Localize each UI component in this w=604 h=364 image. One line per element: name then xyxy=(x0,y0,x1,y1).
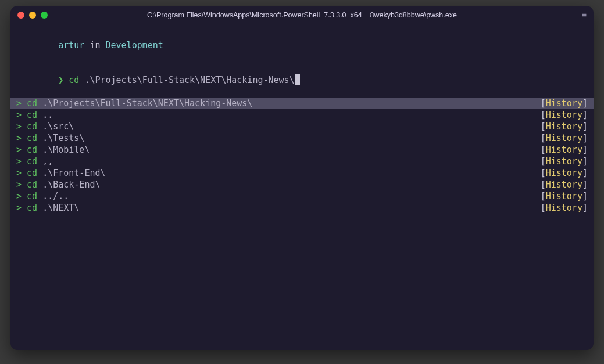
suggestion-command: cd xyxy=(27,121,37,132)
titlebar: C:\Program Files\WindowsApps\Microsoft.P… xyxy=(10,6,594,24)
prompt-location: Development xyxy=(106,40,163,51)
history-tag: [History] xyxy=(541,144,588,156)
suggestion-args: .\Back-End\ xyxy=(42,179,100,190)
window-title: C:\Program Files\WindowsApps\Microsoft.P… xyxy=(10,9,594,21)
list-arrow: > xyxy=(16,168,22,178)
history-tag: [History] xyxy=(541,156,588,167)
prompt-user: artur xyxy=(58,40,84,51)
suggestion-command: cd xyxy=(27,133,37,143)
list-arrow: > xyxy=(16,191,22,201)
suggestion-command: cd xyxy=(27,203,37,213)
history-tag: [History] xyxy=(541,190,588,202)
list-arrow: > xyxy=(16,179,22,190)
suggestion-args: ../.. xyxy=(42,191,69,201)
prompt-in: in xyxy=(90,40,100,51)
list-arrow: > xyxy=(16,203,22,213)
suggestion-command: cd xyxy=(27,156,37,167)
hamburger-icon[interactable]: ≡ xyxy=(582,11,587,19)
suggestion-command: cd xyxy=(27,145,37,155)
prompt-command: cd xyxy=(69,75,79,85)
list-arrow: > xyxy=(16,98,22,109)
history-suggestion-item[interactable]: > cd .\Back-End\[History] xyxy=(10,179,594,190)
terminal-window: C:\Program Files\WindowsApps\Microsoft.P… xyxy=(10,6,594,350)
history-suggestion-item[interactable]: > cd ../..[History] xyxy=(10,190,594,202)
suggestion-args: ,, xyxy=(42,156,53,167)
history-tag: [History] xyxy=(541,167,588,179)
suggestion-args: .\Mobile\ xyxy=(42,145,90,155)
suggestion-args: .\NEXT\ xyxy=(42,203,79,213)
history-tag: [History] xyxy=(541,98,588,109)
prompt-args: .\Projects\Full-Stack\NEXT\Hacking-News\ xyxy=(84,75,294,85)
history-suggestion-item[interactable]: > cd .\src\[History] xyxy=(10,121,594,132)
suggestion-command: cd xyxy=(27,98,37,109)
suggestion-args: .\Projects\Full-Stack\NEXT\Hacking-News\ xyxy=(42,98,252,109)
list-arrow: > xyxy=(16,156,22,167)
maximize-icon[interactable] xyxy=(41,12,48,19)
history-tag: [History] xyxy=(541,121,588,132)
cursor-icon xyxy=(295,74,300,85)
list-arrow: > xyxy=(16,121,22,132)
prompt-arrow: ❯ xyxy=(58,75,63,85)
history-tag: [History] xyxy=(541,179,588,190)
prompt-context-line: artur in Development xyxy=(10,28,594,63)
history-suggestion-item[interactable]: > cd ,,[History] xyxy=(10,156,594,167)
suggestion-args: .. xyxy=(42,110,53,120)
terminal-body[interactable]: artur in Development ❯ cd .\Projects\Ful… xyxy=(10,24,594,350)
history-suggestion-item[interactable]: > cd ..[History] xyxy=(10,109,594,121)
history-suggestion-item[interactable]: > cd .\NEXT\[History] xyxy=(10,202,594,214)
minimize-icon[interactable] xyxy=(29,12,36,19)
list-arrow: > xyxy=(16,145,22,155)
prompt-input-line[interactable]: ❯ cd .\Projects\Full-Stack\NEXT\Hacking-… xyxy=(10,63,594,98)
list-arrow: > xyxy=(16,133,22,143)
history-suggestion-item[interactable]: > cd .\Mobile\[History] xyxy=(10,144,594,156)
history-suggestion-item[interactable]: > cd .\Tests\[History] xyxy=(10,132,594,144)
suggestion-args: .\Tests\ xyxy=(42,133,84,143)
history-suggestion-item[interactable]: > cd .\Projects\Full-Stack\NEXT\Hacking-… xyxy=(10,98,594,109)
suggestion-args: .\src\ xyxy=(42,121,74,132)
list-arrow: > xyxy=(16,110,22,120)
suggestion-command: cd xyxy=(27,179,37,190)
history-tag: [History] xyxy=(541,202,588,214)
suggestion-args: .\Front-End\ xyxy=(42,168,105,178)
suggestion-command: cd xyxy=(27,168,37,178)
traffic-lights xyxy=(17,12,48,19)
history-suggestion-item[interactable]: > cd .\Front-End\[History] xyxy=(10,167,594,179)
suggestion-command: cd xyxy=(27,110,37,120)
history-tag: [History] xyxy=(541,132,588,144)
history-tag: [History] xyxy=(541,109,588,121)
suggestion-command: cd xyxy=(27,191,37,201)
close-icon[interactable] xyxy=(17,12,24,19)
history-suggestion-list: > cd .\Projects\Full-Stack\NEXT\Hacking-… xyxy=(10,98,594,214)
